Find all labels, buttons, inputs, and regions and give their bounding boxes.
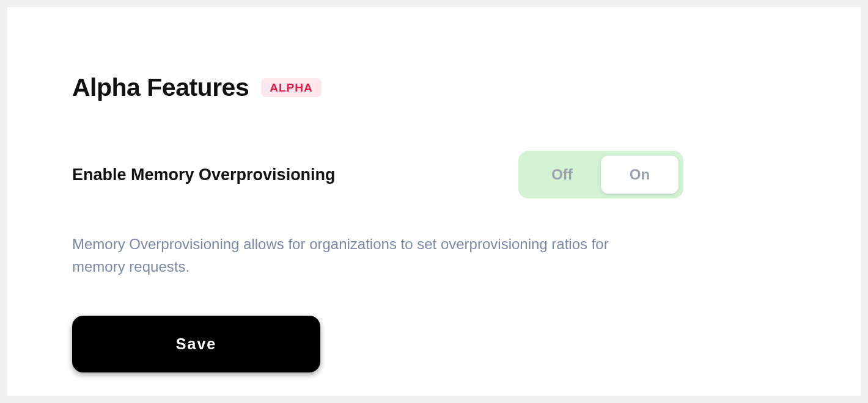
memory-overprovisioning-toggle[interactable]: Off On <box>518 151 683 198</box>
memory-overprovisioning-setting: Enable Memory Overprovisioning Off On <box>72 151 802 198</box>
settings-card: Alpha Features ALPHA Enable Memory Overp… <box>7 7 861 396</box>
setting-description: Memory Overprovisioning allows for organ… <box>72 233 659 278</box>
save-button[interactable]: Save <box>72 316 320 372</box>
page-title: Alpha Features <box>72 73 249 102</box>
alpha-badge: ALPHA <box>261 78 321 97</box>
page-header: Alpha Features ALPHA <box>72 73 802 102</box>
toggle-option-on[interactable]: On <box>601 156 679 194</box>
toggle-option-off[interactable]: Off <box>523 156 601 194</box>
setting-label: Enable Memory Overprovisioning <box>72 165 518 184</box>
